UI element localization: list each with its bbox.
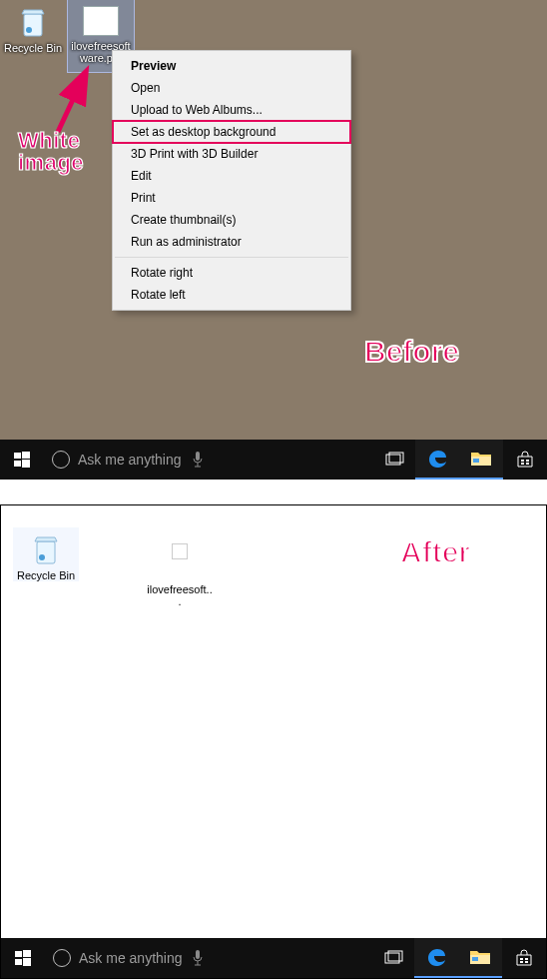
search-placeholder: Ask me anything — [79, 950, 184, 966]
before-panel: Recycle Bin ilovefreesoftware.p... White… — [0, 0, 547, 480]
task-view-button[interactable] — [374, 938, 414, 978]
cortana-search[interactable]: Ask me anything — [45, 938, 218, 978]
svg-point-16 — [39, 554, 45, 560]
desktop-icon-image-file[interactable]: ilovefreesoft... — [147, 527, 213, 607]
svg-rect-10 — [473, 459, 479, 463]
taskbar-app-store[interactable] — [502, 938, 546, 978]
menu-item-print[interactable]: Print — [113, 187, 350, 209]
microphone-icon — [192, 451, 204, 469]
icon-label: Recycle Bin — [13, 569, 79, 581]
file-explorer-icon — [470, 450, 492, 468]
svg-rect-27 — [525, 958, 528, 960]
svg-rect-19 — [15, 959, 22, 965]
taskbar: Ask me anything — [0, 440, 547, 480]
after-panel: Recycle Bin ilovefreesoft... After Ask m… — [0, 504, 547, 979]
menu-item-set-desktop-background[interactable]: Set as desktop background — [113, 121, 350, 143]
annotation-before: Before — [364, 335, 459, 369]
edge-icon — [426, 448, 448, 470]
task-view-icon — [385, 452, 405, 468]
svg-rect-13 — [521, 463, 524, 465]
annotation-after: After — [400, 535, 470, 569]
svg-rect-21 — [196, 950, 200, 959]
menu-item-preview[interactable]: Preview — [113, 55, 350, 77]
cortana-icon — [53, 949, 71, 967]
svg-rect-0 — [24, 14, 42, 36]
menu-separator — [115, 257, 348, 258]
edge-icon — [425, 946, 447, 968]
svg-rect-2 — [14, 453, 21, 459]
svg-rect-14 — [526, 463, 529, 465]
taskbar-app-file-explorer[interactable] — [458, 938, 502, 978]
taskbar-app-edge[interactable] — [415, 440, 459, 480]
svg-rect-12 — [526, 460, 529, 462]
svg-rect-15 — [37, 541, 55, 563]
menu-item-upload[interactable]: Upload to Web Albums... — [113, 99, 350, 121]
image-file-icon — [160, 543, 200, 583]
svg-rect-11 — [521, 460, 524, 462]
context-menu: Preview Open Upload to Web Albums... Set… — [112, 50, 351, 311]
taskbar: Ask me anything — [1, 938, 546, 978]
task-view-button[interactable] — [375, 440, 415, 480]
icon-label: Recycle Bin — [0, 42, 66, 54]
recycle-bin-icon — [13, 2, 53, 42]
recycle-bin-icon — [26, 529, 66, 569]
taskbar-app-store[interactable] — [503, 440, 547, 480]
image-file-icon — [83, 6, 119, 36]
file-explorer-icon — [469, 948, 491, 966]
svg-point-1 — [26, 27, 32, 33]
cortana-search[interactable]: Ask me anything — [44, 440, 218, 480]
menu-item-open[interactable]: Open — [113, 77, 350, 99]
svg-rect-6 — [196, 452, 200, 461]
menu-item-run-as-administrator[interactable]: Run as administrator — [113, 231, 350, 253]
after-desktop[interactable] — [1, 505, 546, 978]
svg-rect-17 — [15, 951, 22, 957]
desktop-icon-recycle-bin[interactable]: Recycle Bin — [13, 527, 79, 581]
taskbar-app-file-explorer[interactable] — [459, 440, 503, 480]
svg-rect-5 — [22, 460, 30, 468]
taskbar-app-edge[interactable] — [414, 938, 458, 978]
svg-rect-4 — [14, 461, 21, 467]
annotation-white-image: White image — [18, 130, 84, 174]
search-placeholder: Ask me anything — [78, 452, 184, 468]
menu-item-edit[interactable]: Edit — [113, 165, 350, 187]
svg-rect-26 — [520, 958, 523, 960]
windows-logo-icon — [14, 452, 30, 468]
menu-item-rotate-right[interactable]: Rotate right — [113, 262, 350, 284]
cortana-icon — [52, 451, 70, 469]
task-view-icon — [384, 950, 404, 966]
desktop-icon-recycle-bin[interactable]: Recycle Bin — [0, 0, 66, 54]
icon-label: ilovefreesoft... — [147, 583, 213, 607]
svg-rect-28 — [520, 961, 523, 963]
svg-rect-25 — [472, 957, 478, 961]
svg-rect-3 — [22, 452, 30, 459]
svg-rect-18 — [23, 950, 31, 957]
menu-item-3d-print[interactable]: 3D Print with 3D Builder — [113, 143, 350, 165]
svg-rect-29 — [525, 961, 528, 963]
svg-rect-20 — [23, 958, 31, 966]
start-button[interactable] — [1, 938, 45, 978]
microphone-icon — [192, 949, 204, 967]
menu-item-rotate-left[interactable]: Rotate left — [113, 284, 350, 306]
store-icon — [515, 949, 533, 967]
windows-logo-icon — [15, 950, 31, 966]
start-button[interactable] — [0, 440, 44, 480]
store-icon — [516, 451, 534, 469]
menu-item-create-thumbnails[interactable]: Create thumbnail(s) — [113, 209, 350, 231]
